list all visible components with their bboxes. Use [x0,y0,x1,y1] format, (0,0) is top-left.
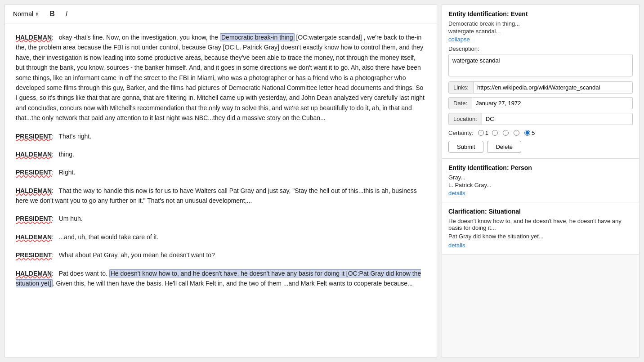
entity-person-title: Entity Identification: Person [448,164,633,171]
speaker-president-4: PRESIDENT [16,251,52,259]
certainty-option-2[interactable] [492,130,499,136]
links-row: Links: [448,81,633,94]
certainty-label: Certainty: [448,130,474,136]
delete-button[interactable]: Delete [487,141,521,153]
entity-event-title: Entity Identification: Event [448,10,633,18]
date-input[interactable] [472,97,633,109]
bold-button[interactable]: B [47,9,58,19]
speaker-haldeman-3: HALDEMAN [16,187,52,194]
right-panel: Entity Identification: Event Democratic … [442,4,640,358]
speaker-haldeman-1: HALDEMAN [16,34,52,41]
description-label: Description: [448,45,633,52]
clarification-item-2: Pat Gray did know the situation yet... [448,233,633,240]
chevron-down-icon: ⬍ [35,12,39,17]
entity-person-item-2: L. Patrick Gray... [448,182,633,188]
speaker-president-2: PRESIDENT [16,169,52,176]
italic-button[interactable]: I [63,9,70,19]
paragraph-4: PRESIDENT: Right. [16,167,426,177]
clarification-title: Clarification: Situational [448,208,633,215]
entity-event-item-2: watergate scandal... [448,28,633,35]
certainty-option-1[interactable]: 1 [478,130,488,136]
clarification-item-1: He doesn't know how to, and he doesn't h… [448,218,633,231]
paragraph-1: HALDEMAN: okay -that's fine. Now, on the… [16,32,426,123]
date-row: Date: [448,97,633,109]
style-select[interactable]: Normal ⬍ [10,9,41,19]
location-label: Location: [448,113,482,125]
clarification-details-link[interactable]: details [448,242,465,249]
collapse-link[interactable]: collapse [448,36,470,43]
certainty-option-5[interactable]: 5 [524,130,535,136]
style-label: Normal [13,10,33,18]
certainty-option-3[interactable] [503,130,510,136]
description-textarea[interactable]: watergate scandal [448,54,633,76]
paragraph-8: PRESIDENT: What about Pat Gray, ah, you … [16,250,426,260]
paragraph-3: HALDEMAN: thing. [16,149,426,159]
speaker-president-1: PRESIDENT [16,133,52,140]
entity-person-details-link[interactable]: details [448,190,465,197]
clarification-section: Clarification: Situational He doesn't kn… [442,202,639,255]
date-label: Date: [448,97,472,109]
editor-content[interactable]: HALDEMAN: okay -that's fine. Now, on the… [5,23,437,357]
paragraph-2: PRESIDENT: That's right. [16,131,426,141]
speaker-president-3: PRESIDENT [16,215,52,222]
location-input[interactable] [482,113,633,125]
action-buttons: Submit Delete [448,141,633,153]
paragraph-9: HALDEMAN: Pat does want to. He doesn't k… [16,268,426,289]
speaker-haldeman-5: HALDEMAN [16,270,52,277]
highlighted-phrase-1: Democratic break-in thing [220,33,295,41]
location-row: Location: [448,113,633,125]
editor-container: Normal ⬍ B I HALDEMAN: okay -that's fine… [4,4,437,358]
paragraph-5: HALDEMAN: That the way to handle this no… [16,186,426,206]
submit-button[interactable]: Submit [448,141,483,153]
links-input[interactable] [474,81,633,94]
toolbar: Normal ⬍ B I [5,5,437,23]
certainty-option-4[interactable] [514,130,521,136]
paragraph-6: PRESIDENT: Um huh. [16,214,426,223]
entity-person-item-1: Gray... [448,174,633,181]
speaker-haldeman-4: HALDEMAN [16,233,52,241]
entity-event-section: Entity Identification: Event Democratic … [442,5,639,159]
links-label: Links: [448,81,474,94]
certainty-radio-group: 1 5 [478,130,535,136]
paragraph-7: HALDEMAN: ...and, uh, that would take ca… [16,232,426,242]
entity-person-section: Entity Identification: Person Gray... L.… [442,159,639,202]
entity-event-item-1: Democratic break-in thing... [448,20,633,27]
certainty-row: Certainty: 1 5 [448,130,633,136]
speaker-haldeman-2: HALDEMAN [16,151,52,158]
